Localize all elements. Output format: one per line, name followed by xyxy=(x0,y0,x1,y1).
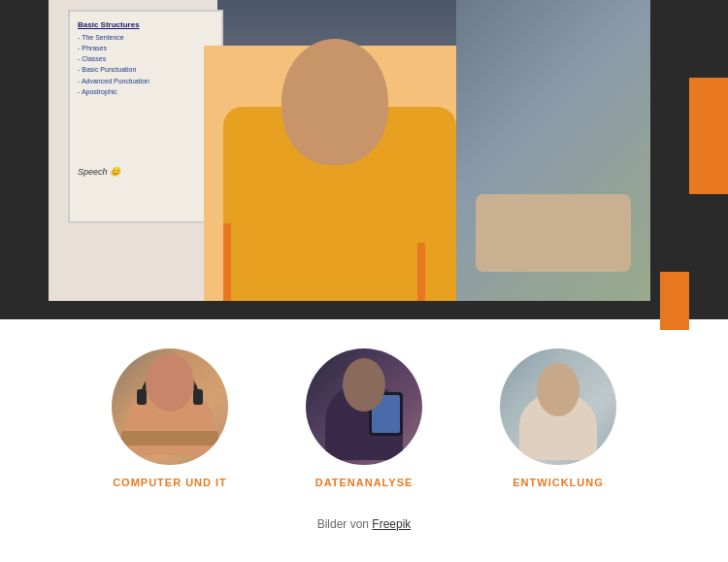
footer-attribution: Bilder von Freepik xyxy=(317,517,412,531)
whiteboard-item-5: - Advanced Punctuation xyxy=(78,76,149,86)
orange-bar-left xyxy=(223,223,231,301)
orange-accent-bottom-right xyxy=(660,272,689,330)
hero-image: Basic Structures - The Sentence - Phrase… xyxy=(49,0,650,301)
whiteboard-item-1: - The Sentence xyxy=(78,32,149,43)
footer-text-prefix: Bilder von xyxy=(317,517,369,531)
whiteboard-content: Basic Structures - The Sentence - Phrase… xyxy=(78,19,149,97)
orange-bar-center xyxy=(417,243,425,301)
whiteboard-item-3: - Classes xyxy=(78,53,149,64)
whiteboard: Basic Structures - The Sentence - Phrase… xyxy=(68,10,223,223)
card-datenanalyse[interactable]: DATENANALYSE xyxy=(306,348,422,488)
whiteboard-title: Basic Structures xyxy=(78,19,149,32)
card-image-computer-und-it xyxy=(112,348,228,465)
card-image-datenanalyse xyxy=(306,348,422,465)
instructor-person xyxy=(204,0,476,301)
card-label-entwicklung: ENTWICKLUNG xyxy=(513,477,604,488)
hero-section: Basic Structures - The Sentence - Phrase… xyxy=(0,0,728,330)
tablet-icon xyxy=(369,392,403,436)
whiteboard-item-2: - Phrases xyxy=(78,43,149,53)
orange-accent-right xyxy=(689,78,728,194)
whiteboard-item-6: - Apostrophic xyxy=(78,86,149,97)
room-background xyxy=(456,0,650,301)
card-label-datenanalyse: DATENANALYSE xyxy=(315,477,414,488)
card-image-entwicklung xyxy=(500,348,616,465)
footer-freepik-link[interactable]: Freepik xyxy=(372,517,411,531)
whiteboard-item-4: - Basic Punctuation xyxy=(78,64,149,75)
cards-row: COMPUTER UND IT DATENANALYSE ENTWICKLUNG xyxy=(112,348,616,488)
desk-detail xyxy=(121,431,218,446)
bottom-section: COMPUTER UND IT DATENANALYSE ENTWICKLUNG… xyxy=(0,319,728,562)
headphones-icon xyxy=(141,368,199,397)
card-computer-und-it[interactable]: COMPUTER UND IT xyxy=(112,348,228,488)
whiteboard-speech: Speech 😊 xyxy=(78,165,120,179)
card-entwicklung[interactable]: ENTWICKLUNG xyxy=(500,348,616,488)
card-label-computer-und-it: COMPUTER UND IT xyxy=(113,477,227,488)
